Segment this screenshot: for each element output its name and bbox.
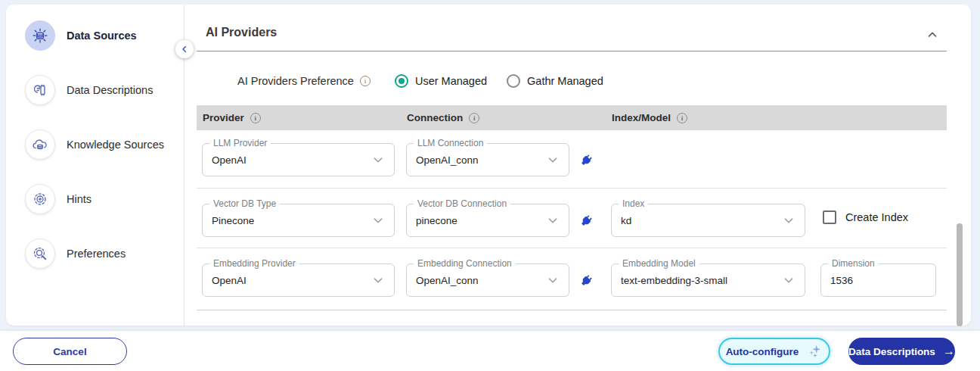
field-label: Embedding Provider [209, 258, 299, 269]
sidebar-item-knowledge-sources[interactable]: Knowledge Sources [6, 117, 184, 172]
arrow-right-icon: → [943, 344, 955, 358]
field-value: kd [621, 215, 780, 226]
chevron-down-icon [370, 212, 386, 229]
title-divider [197, 51, 947, 51]
data-sources-icon [25, 20, 55, 51]
next-button-label: Data Descriptions [848, 346, 935, 357]
radio-gathr-managed[interactable]: Gathr Managed [507, 74, 603, 88]
create-index-checkbox[interactable]: Create Index [823, 210, 908, 224]
sidebar-item-data-sources[interactable]: Data Sources [6, 8, 184, 63]
cancel-button[interactable]: Cancel [13, 338, 127, 365]
checkbox-label: Create Index [845, 211, 908, 223]
field-value: text-embedding-3-small [621, 275, 780, 286]
header-label: Index/Model [612, 112, 671, 123]
table-header: Provider Connection Index/Model [197, 105, 947, 130]
field-value: pinecone [416, 215, 544, 226]
test-connection-plug-icon[interactable] [577, 271, 595, 289]
chevron-down-icon [780, 272, 797, 288]
preferences-icon [25, 238, 55, 269]
table-row-llm: LLM Provider OpenAI LLM Connection OpenA… [197, 139, 947, 187]
sparkles-icon [806, 343, 823, 360]
chevron-down-icon [370, 272, 386, 288]
section-collapse-button[interactable] [924, 26, 941, 43]
sidebar-item-data-descriptions[interactable]: Data Descriptions [6, 63, 184, 117]
section-title: AI Providers [206, 26, 277, 39]
chevron-down-icon [780, 212, 797, 229]
test-connection-plug-icon[interactable] [577, 211, 595, 229]
field-label: Embedding Connection [414, 258, 516, 269]
table-bottom-divider [197, 310, 947, 310]
footer-action-bar: Cancel Auto-configure Data Descriptions … [0, 331, 980, 371]
data-descriptions-icon [25, 75, 55, 105]
sidebar-item-label: Data Sources [67, 30, 137, 42]
field-label: Dimension [828, 258, 879, 269]
hints-icon [25, 184, 55, 214]
info-icon[interactable] [677, 113, 687, 123]
field-label: Vector DB Connection [414, 198, 510, 209]
preference-radio-group: User Managed Gathr Managed [395, 74, 603, 88]
vector-db-connection-select[interactable]: Vector DB Connection pinecone [406, 204, 569, 237]
ai-providers-section: AI Providers AI Providers Preference Use… [197, 5, 947, 326]
index-select[interactable]: Index kd [611, 204, 805, 237]
field-label: Vector DB Type [209, 198, 280, 209]
embedding-connection-select[interactable]: Embedding Connection OpenAI_conn [406, 263, 569, 297]
radio-selected-icon [395, 74, 408, 88]
chevron-down-icon [370, 151, 386, 168]
main-card: Data Sources Data Descriptions [6, 5, 971, 326]
auto-configure-label: Auto-configure [726, 346, 799, 357]
chevron-down-icon [544, 272, 561, 288]
field-value: OpenAI_conn [416, 154, 544, 166]
chevron-left-icon [179, 44, 190, 55]
chevron-down-icon [544, 212, 561, 229]
embedding-model-select[interactable]: Embedding Model text-embedding-3-small [611, 263, 805, 297]
header-label: Connection [407, 112, 463, 123]
chevron-up-icon [926, 28, 939, 42]
sidebar-item-label: Data Descriptions [67, 84, 153, 96]
field-label: Embedding Model [619, 258, 699, 269]
dimension-input[interactable]: Dimension 1536 [820, 263, 936, 297]
sidebar-item-label: Preferences [67, 248, 126, 260]
llm-connection-select[interactable]: LLM Connection OpenAI_conn [406, 143, 569, 176]
scrollbar-thumb[interactable] [957, 223, 963, 326]
preference-row: AI Providers Preference User Managed Gat… [197, 71, 603, 91]
info-icon[interactable] [250, 113, 261, 123]
test-connection-plug-icon[interactable] [577, 151, 595, 169]
preference-label-text: AI Providers Preference [237, 75, 354, 87]
chevron-down-icon [544, 151, 561, 168]
info-icon[interactable] [469, 113, 479, 123]
knowledge-sources-icon [25, 129, 55, 160]
header-provider: Provider [203, 112, 261, 123]
field-value: OpenAI [212, 154, 370, 166]
field-value: OpenAI_conn [416, 275, 544, 286]
field-value: 1536 [830, 275, 928, 286]
header-connection: Connection [407, 112, 479, 123]
cancel-button-label: Cancel [53, 346, 86, 357]
auto-configure-button[interactable]: Auto-configure [718, 338, 830, 365]
sidebar-item-label: Knowledge Sources [67, 139, 164, 151]
sidebar-item-preferences[interactable]: Preferences [6, 226, 184, 281]
field-value: Pinecone [212, 215, 370, 226]
field-label: Index [619, 198, 648, 209]
field-label: LLM Connection [414, 138, 487, 148]
data-descriptions-next-button[interactable]: Data Descriptions → [848, 338, 955, 365]
preference-label: AI Providers Preference [237, 75, 371, 87]
field-value: OpenAI [212, 275, 370, 286]
info-icon[interactable] [360, 76, 371, 86]
radio-label: Gathr Managed [527, 75, 603, 87]
vector-db-type-select[interactable]: Vector DB Type Pinecone [202, 204, 395, 237]
checkbox-unchecked-icon [823, 210, 836, 224]
header-label: Provider [203, 112, 244, 123]
radio-unselected-icon [507, 74, 520, 88]
sidebar: Data Sources Data Descriptions [6, 5, 185, 326]
embedding-provider-select[interactable]: Embedding Provider OpenAI [202, 263, 395, 297]
sidebar-item-label: Hints [67, 193, 91, 205]
sidebar-collapse-button[interactable] [175, 40, 194, 58]
table-row-embedding: Embedding Provider OpenAI Embedding Conn… [197, 248, 947, 310]
field-label: LLM Provider [209, 138, 271, 148]
header-index-model: Index/Model [612, 112, 687, 123]
sidebar-item-hints[interactable]: Hints [6, 172, 184, 226]
table-row-vector-db: Vector DB Type Pinecone Vector DB Connec… [197, 188, 947, 247]
radio-label: User Managed [415, 75, 487, 87]
radio-user-managed[interactable]: User Managed [395, 74, 487, 88]
llm-provider-select[interactable]: LLM Provider OpenAI [202, 143, 395, 176]
